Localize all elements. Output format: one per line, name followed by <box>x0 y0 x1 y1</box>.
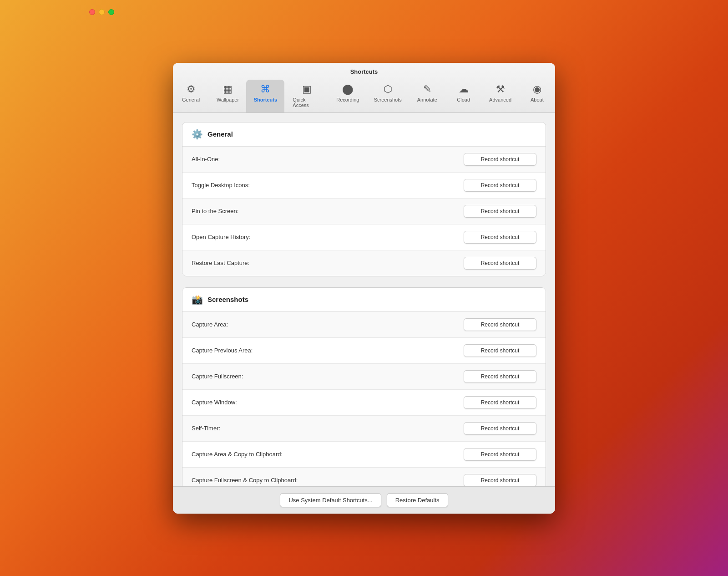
shortcut-label: Toggle Desktop Icons: <box>192 182 250 189</box>
toolbar: ⚙General▦Wallpaper⌘Shortcuts▣Quick Acces… <box>173 80 555 112</box>
shortcut-label: Open Capture History: <box>192 234 250 240</box>
about-icon: ◉ <box>533 83 541 95</box>
shortcut-label: Self-Timer: <box>192 425 220 432</box>
record-shortcut-button-general-4[interactable]: Record shortcut <box>464 257 536 270</box>
shortcut-row: Capture Previous Area:Record shortcut <box>182 338 546 364</box>
shortcut-row: Self-Timer:Record shortcut <box>182 416 546 442</box>
record-shortcut-button-general-1[interactable]: Record shortcut <box>464 179 536 192</box>
toolbar-item-general[interactable]: ⚙General <box>173 80 209 112</box>
record-shortcut-button-general-0[interactable]: Record shortcut <box>464 153 536 166</box>
toolbar-item-screenshots[interactable]: ⬡Screenshots <box>367 80 409 112</box>
quick-access-label: Quick Access <box>293 97 321 108</box>
record-shortcut-button-screenshots-5[interactable]: Record shortcut <box>464 448 536 461</box>
shortcut-label: Capture Fullscreen: <box>192 373 243 380</box>
footer: Use System Default Shortcuts... Restore … <box>173 486 555 514</box>
advanced-icon: ⚒ <box>496 83 505 95</box>
record-shortcut-button-screenshots-0[interactable]: Record shortcut <box>464 318 536 331</box>
toolbar-item-quick-access[interactable]: ▣Quick Access <box>284 80 329 112</box>
record-shortcut-button-screenshots-2[interactable]: Record shortcut <box>464 370 536 383</box>
shortcut-row: Capture Window:Record shortcut <box>182 390 546 416</box>
screenshots-icon: ⬡ <box>384 83 392 95</box>
cloud-label: Cloud <box>457 97 470 102</box>
shortcut-label: Capture Area & Copy to Clipboard: <box>192 451 283 458</box>
restore-defaults-button[interactable]: Restore Defaults <box>387 493 448 507</box>
about-label: About <box>531 97 544 102</box>
section-general: ⚙️GeneralAll-In-One:Record shortcutToggl… <box>182 122 546 276</box>
shortcut-row: Toggle Desktop Icons:Record shortcut <box>182 173 546 199</box>
shortcut-row: Capture Fullscreen:Record shortcut <box>182 364 546 390</box>
screenshots-label: Screenshots <box>374 97 402 102</box>
shortcut-label: Capture Previous Area: <box>192 347 253 354</box>
shortcut-label: Restore Last Capture: <box>192 260 249 266</box>
general-label: General <box>182 97 200 102</box>
section-screenshots-header: 📸Screenshots <box>182 288 546 312</box>
section-screenshots: 📸ScreenshotsCapture Area:Record shortcut… <box>182 287 546 486</box>
record-shortcut-button-screenshots-6[interactable]: Record shortcut <box>464 474 536 486</box>
use-system-defaults-button[interactable]: Use System Default Shortcuts... <box>280 493 381 507</box>
shortcut-row: Capture Fullscreen & Copy to Clipboard:R… <box>182 468 546 486</box>
cloud-icon: ☁ <box>459 83 469 95</box>
annotate-label: Annotate <box>417 97 437 102</box>
section-general-title: General <box>207 130 233 138</box>
shortcut-label: Capture Fullscreen & Copy to Clipboard: <box>192 477 298 484</box>
annotate-icon: ✎ <box>423 83 431 95</box>
record-shortcut-button-screenshots-4[interactable]: Record shortcut <box>464 422 536 435</box>
shortcut-row: Capture Area & Copy to Clipboard:Record … <box>182 442 546 468</box>
toolbar-item-recording[interactable]: ⬤Recording <box>329 80 367 112</box>
recording-icon: ⬤ <box>342 83 354 95</box>
shortcut-row: All-In-One:Record shortcut <box>182 147 546 173</box>
recording-label: Recording <box>336 97 359 102</box>
toolbar-item-annotate[interactable]: ✎Annotate <box>409 80 445 112</box>
record-shortcut-button-screenshots-1[interactable]: Record shortcut <box>464 344 536 357</box>
section-screenshots-icon: 📸 <box>192 294 203 305</box>
record-shortcut-button-general-3[interactable]: Record shortcut <box>464 231 536 244</box>
toolbar-item-shortcuts[interactable]: ⌘Shortcuts <box>246 80 284 112</box>
record-shortcut-button-screenshots-3[interactable]: Record shortcut <box>464 396 536 409</box>
content-area: ⚙️GeneralAll-In-One:Record shortcutToggl… <box>173 113 555 486</box>
toolbar-item-about[interactable]: ◉About <box>519 80 555 112</box>
window-title: Shortcuts <box>350 68 378 75</box>
shortcuts-label: Shortcuts <box>254 97 277 102</box>
section-general-icon: ⚙️ <box>192 129 203 140</box>
record-shortcut-button-general-2[interactable]: Record shortcut <box>464 205 536 218</box>
toolbar-item-cloud[interactable]: ☁Cloud <box>445 80 482 112</box>
toolbar-item-wallpaper[interactable]: ▦Wallpaper <box>209 80 247 112</box>
app-window: Shortcuts ⚙General▦Wallpaper⌘Shortcuts▣Q… <box>173 63 555 514</box>
shortcut-row: Capture Area:Record shortcut <box>182 312 546 338</box>
toolbar-item-advanced[interactable]: ⚒Advanced <box>482 80 519 112</box>
shortcut-row: Restore Last Capture:Record shortcut <box>182 250 546 276</box>
advanced-label: Advanced <box>489 97 511 102</box>
shortcut-label: Pin to the Screen: <box>192 208 238 214</box>
section-general-header: ⚙️General <box>182 122 546 147</box>
shortcut-row: Open Capture History:Record shortcut <box>182 224 546 250</box>
shortcut-label: Capture Window: <box>192 399 237 406</box>
shortcut-label: All-In-One: <box>192 156 220 163</box>
shortcut-label: Capture Area: <box>192 321 228 328</box>
title-bar: Shortcuts ⚙General▦Wallpaper⌘Shortcuts▣Q… <box>173 63 555 113</box>
shortcuts-icon: ⌘ <box>260 83 270 95</box>
wallpaper-icon: ▦ <box>223 83 233 95</box>
quick-access-icon: ▣ <box>302 83 312 95</box>
general-icon: ⚙ <box>187 83 196 95</box>
section-screenshots-title: Screenshots <box>207 296 248 303</box>
shortcut-row: Pin to the Screen:Record shortcut <box>182 199 546 224</box>
wallpaper-label: Wallpaper <box>217 97 239 102</box>
